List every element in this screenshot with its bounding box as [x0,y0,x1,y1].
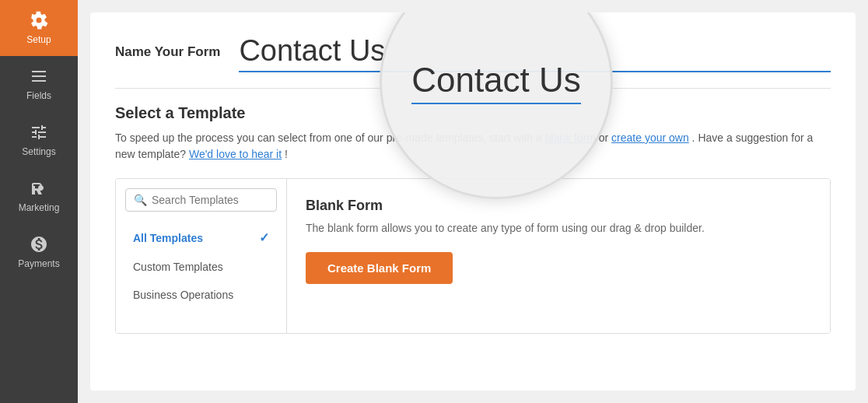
nav-all-templates[interactable]: All Templates ✓ [125,223,277,253]
template-area: 🔍 All Templates ✓ Custom Templates Busin… [115,178,831,334]
template-content: Blank Form The blank form allows you to … [287,179,830,333]
blank-form-link[interactable]: blank form [545,131,596,144]
sidebar-item-payments[interactable]: Payments [0,224,78,280]
sidebar: Setup Fields Settings Marketing Payments [0,0,78,403]
select-template-title: Select a Template [115,104,831,122]
name-form-section: Name Your Form [115,31,831,89]
search-box[interactable]: 🔍 [125,188,277,212]
nav-custom-templates[interactable]: Custom Templates [125,253,277,281]
sidebar-item-settings[interactable]: Settings [0,112,78,168]
nav-custom-templates-label: Custom Templates [133,261,223,273]
sidebar-item-marketing[interactable]: Marketing [0,168,78,224]
desc-text-4: ! [285,148,288,160]
gear-icon [30,11,48,30]
sidebar-item-setup-label: Setup [26,34,51,45]
name-form-label: Name Your Form [115,44,220,60]
search-icon: 🔍 [134,194,147,206]
create-own-link[interactable]: create your own [611,131,689,144]
main-card: Contact Us Name Your Form Select a Templ… [90,12,856,391]
sliders-icon [30,123,48,142]
nav-all-templates-label: All Templates [133,232,203,244]
sidebar-item-fields[interactable]: Fields [0,56,78,112]
sidebar-item-settings-label: Settings [22,146,55,157]
create-blank-form-button[interactable]: Create Blank Form [306,252,453,284]
marketing-icon [30,179,48,198]
select-template-desc: To speed up the process you can select f… [115,130,831,163]
sidebar-item-payments-label: Payments [18,258,59,269]
sidebar-item-setup[interactable]: Setup [0,0,78,56]
nav-business-operations[interactable]: Business Operations [125,281,277,309]
search-templates-input[interactable] [152,194,268,206]
desc-text-1: To speed up the process you can select f… [115,131,542,144]
sidebar-item-marketing-label: Marketing [19,202,60,213]
select-template-section: Select a Template To speed up the proces… [115,104,831,334]
template-sidebar: 🔍 All Templates ✓ Custom Templates Busin… [116,179,287,333]
blank-form-desc: The blank form allows you to create any … [306,220,811,237]
love-to-hear-link[interactable]: We'd love to hear it [189,148,282,160]
fields-icon [30,67,48,86]
desc-text-2: or [599,131,611,144]
payments-icon [30,235,48,254]
sidebar-item-fields-label: Fields [26,90,51,101]
nav-business-operations-label: Business Operations [133,289,233,301]
check-icon: ✓ [259,230,269,245]
main-content: Contact Us Name Your Form Select a Templ… [78,0,868,403]
form-name-input[interactable] [239,31,831,72]
blank-form-title: Blank Form [306,198,811,214]
